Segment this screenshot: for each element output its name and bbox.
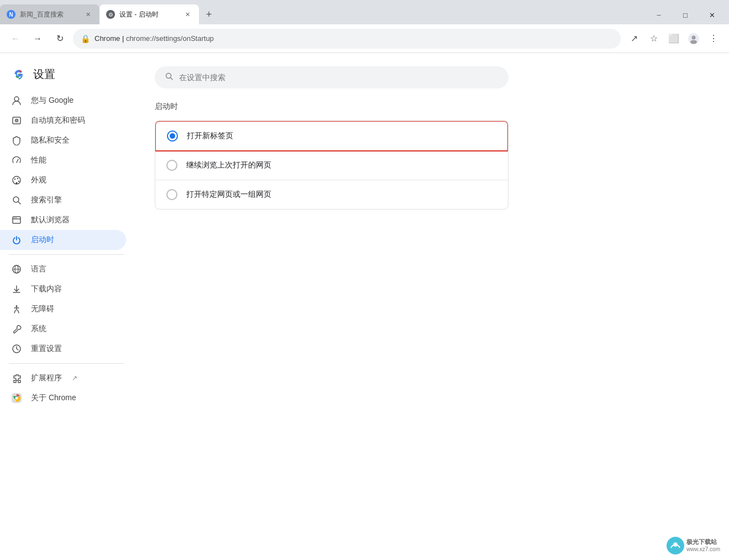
browser-window: N 新闻_百度搜索 ✕ ⚙ 设置 - 启动时 ✕ + ─ □ ✕ ← → ↻ 🔒 <box>0 0 729 560</box>
radio-continue[interactable] <box>166 160 177 171</box>
svg-point-24 <box>14 217 15 218</box>
browser-content: G 设置 您与 Google 自动填充和密码 <box>0 53 729 560</box>
option-continue-label: 继续浏览上次打开的网页 <box>186 160 271 170</box>
browser-icon <box>11 214 22 226</box>
sidebar-item-accessibility[interactable]: 无障碍 <box>0 299 126 319</box>
svg-point-18 <box>18 181 19 182</box>
sidebar-item-performance[interactable]: 性能 <box>0 150 126 170</box>
svg-point-10 <box>14 97 19 101</box>
radio-new-tab[interactable] <box>167 130 178 142</box>
sidebar-item-label: 下载内容 <box>31 284 62 294</box>
sidebar-item-label: 重置设置 <box>31 344 62 354</box>
download-icon <box>11 284 22 295</box>
svg-point-16 <box>14 179 15 180</box>
window-controls: ─ □ ✕ <box>646 4 729 23</box>
tab-news[interactable]: N 新闻_百度搜索 ✕ <box>0 4 99 24</box>
sidebar-item-label: 自动填充和密码 <box>31 116 85 125</box>
sidebar-item-label: 性能 <box>31 155 46 165</box>
section-title: 启动时 <box>155 102 707 112</box>
sidebar-item-label: 外观 <box>31 175 46 185</box>
options-card: 打开新标签页 继续浏览上次打开的网页 打开特定网页或一组网页 <box>155 121 508 210</box>
person-icon <box>11 95 22 106</box>
maximize-button[interactable]: □ <box>673 7 698 23</box>
svg-point-5 <box>692 35 696 39</box>
sidebar-item-downloads[interactable]: 下载内容 <box>0 279 126 299</box>
radio-specific[interactable] <box>166 189 177 200</box>
share-button[interactable]: ↗ <box>625 30 643 48</box>
svg-text:N: N <box>9 12 13 18</box>
sidebar-item-label: 隐私和安全 <box>31 135 70 145</box>
news-favicon: N <box>7 10 15 19</box>
address-bar[interactable]: 🔒 Chrome | chrome://settings/onStartup <box>73 29 621 49</box>
tab-settings[interactable]: ⚙ 设置 - 启动时 ✕ <box>99 4 199 24</box>
search-bar-container <box>155 66 508 88</box>
sidebar-item-system[interactable]: 系统 <box>0 319 126 339</box>
sidebar-item-label: 默认浏览器 <box>31 215 70 225</box>
option-continue[interactable]: 继续浏览上次打开的网页 <box>155 151 508 180</box>
sidebar-item-privacy[interactable]: 隐私和安全 <box>0 130 126 150</box>
svg-point-35 <box>15 397 18 400</box>
autofill-icon <box>11 115 22 126</box>
sidebar-item-label: 扩展程序 <box>31 373 62 383</box>
sidebar-item-you-google[interactable]: 您与 Google <box>0 91 126 111</box>
sidebar: G 设置 您与 Google 自动填充和密码 <box>0 53 133 560</box>
google-logo: G <box>11 66 27 82</box>
radio-inner <box>170 133 175 139</box>
reset-icon <box>11 343 22 354</box>
puzzle-icon <box>11 373 22 384</box>
search-bar[interactable] <box>155 66 508 88</box>
page-content: 启动时 打开新标签页 继续浏览上次打开的网页 <box>133 53 729 560</box>
bookmark-button[interactable]: ☆ <box>645 30 663 48</box>
svg-point-39 <box>673 542 678 547</box>
sidebar-item-language[interactable]: 语言 <box>0 259 126 279</box>
security-icon: 🔒 <box>81 34 90 43</box>
tab-news-close[interactable]: ✕ <box>83 9 93 19</box>
option-new-tab-label: 打开新标签页 <box>187 131 233 141</box>
svg-line-14 <box>17 159 18 163</box>
sidebar-item-appearance[interactable]: 外观 <box>0 170 126 190</box>
more-button[interactable]: ⋮ <box>705 30 722 48</box>
reload-button[interactable]: ↻ <box>51 30 69 48</box>
sidebar-item-label: 关于 Chrome <box>31 393 76 403</box>
wrench-icon <box>11 323 22 334</box>
palette-icon <box>11 175 22 186</box>
search-icon <box>11 195 22 206</box>
address-path: chrome://settings/onStartup <box>126 34 214 43</box>
tab-settings-title: 设置 - 启动时 <box>119 10 178 19</box>
globe-icon <box>11 264 22 275</box>
new-tab-button[interactable]: + <box>199 4 219 24</box>
sidebar-title: 设置 <box>33 67 55 82</box>
sidebar-item-default-browser[interactable]: 默认浏览器 <box>0 210 126 230</box>
svg-text:G: G <box>15 69 22 78</box>
svg-text:⚙: ⚙ <box>108 12 113 18</box>
shield-icon <box>11 135 22 146</box>
minimize-button[interactable]: ─ <box>646 7 672 23</box>
sidebar-item-startup[interactable]: 启动时 <box>0 230 126 250</box>
option-specific-label: 打开特定网页或一组网页 <box>186 190 271 200</box>
accessibility-icon <box>11 303 22 315</box>
svg-point-25 <box>15 217 17 218</box>
sidebar-item-search[interactable]: 搜索引擎 <box>0 190 126 210</box>
option-new-tab[interactable]: 打开新标签页 <box>155 121 508 151</box>
tab-search-button[interactable]: ⬜ <box>665 30 683 48</box>
account-button[interactable] <box>685 30 702 48</box>
close-button[interactable]: ✕ <box>699 7 725 23</box>
sidebar-header: G 设置 <box>0 62 133 91</box>
sidebar-item-label: 搜索引擎 <box>31 195 62 205</box>
svg-rect-22 <box>13 217 20 223</box>
sidebar-item-autofill[interactable]: 自动填充和密码 <box>0 111 126 130</box>
search-input[interactable] <box>179 73 499 82</box>
option-specific[interactable]: 打开特定网页或一组网页 <box>155 180 508 209</box>
forward-button[interactable]: → <box>29 30 46 48</box>
sidebar-item-label: 无障碍 <box>31 304 54 314</box>
sidebar-item-reset[interactable]: 重置设置 <box>0 339 126 359</box>
sidebar-divider <box>9 254 124 255</box>
sidebar-item-label: 系统 <box>31 324 46 334</box>
sidebar-item-about[interactable]: 关于 Chrome <box>0 388 126 408</box>
chrome-icon <box>11 392 22 404</box>
power-icon <box>11 234 22 245</box>
toolbar: ← → ↻ 🔒 Chrome | chrome://settings/onSta… <box>0 24 729 53</box>
sidebar-item-extensions[interactable]: 扩展程序 ↗ <box>0 368 126 388</box>
tab-settings-close[interactable]: ✕ <box>182 9 192 19</box>
back-button[interactable]: ← <box>7 30 24 48</box>
